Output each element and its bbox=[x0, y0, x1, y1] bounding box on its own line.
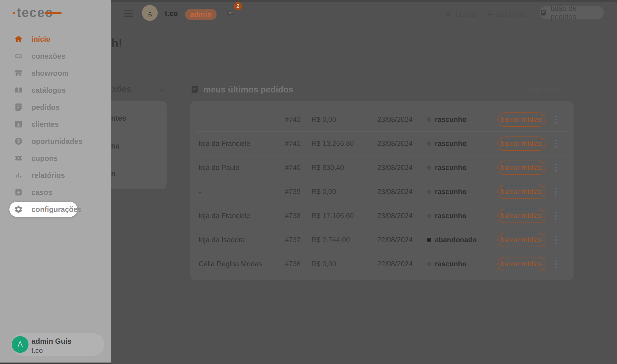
order-status: rascunho bbox=[427, 164, 497, 172]
sidebar-item-clientes[interactable]: clientes bbox=[0, 116, 111, 133]
download-media-button[interactable]: baixar mídias bbox=[497, 112, 545, 127]
kebab-menu-icon[interactable] bbox=[554, 116, 558, 124]
store-name: loja da Franciele bbox=[199, 139, 282, 148]
order-pad-label: talão de pedidos bbox=[551, 4, 604, 21]
status-label: rascunho bbox=[435, 260, 467, 268]
search-button[interactable]: buscar bbox=[445, 9, 478, 19]
receipt-icon bbox=[190, 85, 199, 94]
order-row: Célia Regina Modas#736R$ 0,0022/08/2024r… bbox=[190, 252, 574, 276]
status-dot bbox=[427, 166, 431, 170]
bottom-edge-shade bbox=[0, 363, 111, 364]
connection-row-fragment: ntes bbox=[111, 114, 126, 122]
sidebar-item-inicio[interactable]: início bbox=[0, 31, 111, 48]
kebab-menu-icon[interactable] bbox=[554, 164, 558, 172]
workspace-avatar[interactable]: t. co bbox=[142, 5, 158, 21]
link-icon bbox=[14, 52, 23, 60]
order-number: #739 bbox=[282, 188, 311, 196]
sidebar-item-label: showroom bbox=[31, 69, 68, 77]
store-name: loja da Isadora bbox=[199, 236, 282, 244]
user-org: t.co bbox=[31, 346, 43, 355]
plus-icon: + bbox=[487, 9, 493, 19]
sidebar-item-catalogos[interactable]: catálogos bbox=[0, 82, 111, 99]
status-dot bbox=[427, 117, 431, 122]
order-date: 23/08/2024 bbox=[377, 115, 427, 124]
notification-badge: 2 bbox=[234, 2, 242, 10]
download-media-button[interactable]: baixar mídias bbox=[497, 185, 545, 199]
store-name: Célia Regina Modas bbox=[199, 260, 282, 268]
order-status: rascunho bbox=[427, 115, 497, 124]
user-profile-button[interactable]: A admin Guis t.co bbox=[11, 333, 104, 356]
order-date: 22/08/2024 bbox=[377, 260, 427, 268]
sidebar-item-relatorios[interactable]: relatórios bbox=[0, 167, 111, 184]
status-dot bbox=[427, 214, 431, 218]
order-row: -#739R$ 0,0023/08/2024rascunhobaixar míd… bbox=[190, 180, 574, 204]
sidebar-item-pedidos[interactable]: pedidos bbox=[0, 99, 111, 116]
status-label: rascunho bbox=[435, 164, 467, 172]
sidebar-item-label: clientes bbox=[31, 120, 59, 129]
sidebar-item-configuracoes[interactable]: configurações bbox=[0, 201, 111, 218]
sidebar-item-label: relatórios bbox=[31, 171, 65, 180]
kebab-menu-icon[interactable] bbox=[554, 236, 558, 244]
order-pad-button[interactable]: talão de pedidos bbox=[540, 6, 604, 19]
arrow-right-icon: → bbox=[565, 85, 574, 95]
home-icon bbox=[14, 35, 23, 43]
book-icon bbox=[14, 86, 23, 95]
order-value: R$ 0,00 bbox=[311, 115, 377, 124]
connections-arrow-icon[interactable]: → bbox=[157, 84, 165, 94]
bar-chart-icon bbox=[14, 171, 23, 180]
connection-row-fragment: na bbox=[111, 142, 120, 150]
chat-icon[interactable] bbox=[226, 9, 235, 18]
top-shade bbox=[111, 0, 617, 2]
store-name: loja da Franciele bbox=[199, 212, 282, 220]
order-number: #741 bbox=[282, 139, 311, 148]
sidebar-item-label: configurações bbox=[31, 205, 82, 214]
status-label: rascunho bbox=[435, 115, 467, 124]
logo-strike-accent bbox=[45, 12, 62, 14]
order-date: 23/08/2024 bbox=[377, 139, 427, 148]
status-dot bbox=[427, 190, 431, 194]
kebab-menu-icon[interactable] bbox=[554, 188, 558, 196]
hamburger-menu-icon[interactable] bbox=[124, 10, 133, 17]
dollar-icon: $ bbox=[14, 137, 23, 146]
order-value: R$ 830,40 bbox=[311, 164, 377, 172]
store-name: - bbox=[199, 188, 282, 196]
sidebar-item-casos[interactable]: casos bbox=[0, 184, 111, 201]
download-media-button[interactable]: baixar mídias bbox=[497, 257, 545, 271]
orders-panel-title: meus últimos pedidos bbox=[203, 85, 293, 95]
status-label: rascunho bbox=[435, 139, 467, 148]
order-value: R$ 13.256,80 bbox=[311, 139, 377, 148]
status-label: rascunho bbox=[435, 188, 467, 196]
kebab-menu-icon[interactable] bbox=[554, 260, 558, 268]
logo-dot-accent bbox=[13, 12, 15, 14]
status-label: abandonado bbox=[435, 236, 477, 244]
app-window: t. co t.co admin 2 buscar + adicionar ta… bbox=[0, 0, 617, 364]
sidebar-item-showroom[interactable]: showroom bbox=[0, 65, 111, 82]
download-media-button[interactable]: baixar mídias bbox=[497, 233, 545, 247]
sidebar-item-label: conexões bbox=[31, 52, 65, 60]
kebab-menu-icon[interactable] bbox=[554, 140, 558, 148]
search-icon bbox=[445, 10, 452, 18]
order-row: loja do Paulo#740R$ 830,4023/08/2024rasc… bbox=[190, 156, 574, 180]
order-date: 23/08/2024 bbox=[377, 164, 427, 172]
download-media-button[interactable]: baixar mídias bbox=[497, 209, 545, 223]
order-status: rascunho bbox=[427, 188, 497, 196]
sidebar-item-oportunidades[interactable]: $oportunidades bbox=[0, 133, 111, 150]
order-row: -#742R$ 0,0023/08/2024rascunhobaixar míd… bbox=[190, 107, 574, 132]
order-status: rascunho bbox=[427, 260, 497, 268]
kebab-menu-icon[interactable] bbox=[554, 212, 558, 220]
order-row: loja da Franciele#738R$ 17.105,6023/08/2… bbox=[190, 204, 574, 228]
see-more-link[interactable]: ver mais → bbox=[529, 85, 574, 95]
coupon-icon bbox=[14, 154, 23, 163]
sidebar-item-cupons[interactable]: cupons bbox=[0, 150, 111, 167]
order-value: R$ 0,00 bbox=[311, 260, 377, 268]
order-number: #737 bbox=[282, 236, 311, 244]
greeting-arrow-icon[interactable]: → bbox=[115, 50, 123, 60]
receipt-icon bbox=[540, 9, 547, 16]
order-status: abandonado bbox=[427, 236, 497, 244]
connections-title-fragment: xões bbox=[112, 84, 131, 94]
download-media-button[interactable]: baixar mídias bbox=[497, 136, 545, 151]
add-button[interactable]: + adicionar bbox=[487, 9, 526, 19]
sidebar-item-conexoes[interactable]: conexões bbox=[0, 48, 111, 65]
download-media-button[interactable]: baixar mídias bbox=[497, 161, 545, 175]
order-date: 23/08/2024 bbox=[377, 212, 427, 220]
